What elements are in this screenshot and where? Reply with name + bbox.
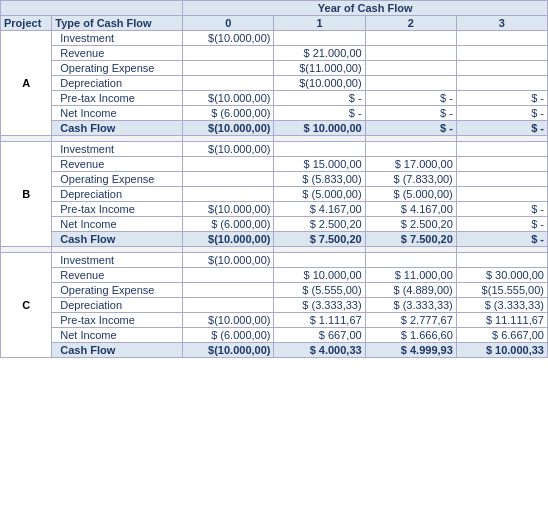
value-cell: $ 4.999,93 — [365, 343, 456, 358]
table-row: Pre-tax Income$(10.000,00)$ -$ -$ - — [1, 91, 548, 106]
project-col-header: Project — [1, 16, 52, 31]
type-cell: Cash Flow — [52, 121, 183, 136]
value-cell: $ - — [365, 121, 456, 136]
value-cell — [183, 268, 274, 283]
value-cell: $ (3.333,33) — [456, 298, 547, 313]
value-cell — [183, 46, 274, 61]
project-cell: C — [1, 253, 52, 358]
value-cell: $ (3.333,33) — [365, 298, 456, 313]
value-cell — [183, 187, 274, 202]
value-cell — [274, 31, 365, 46]
value-cell: $ 667,00 — [274, 328, 365, 343]
value-cell — [183, 172, 274, 187]
type-cell: Operating Expense — [52, 283, 183, 298]
value-cell — [456, 61, 547, 76]
type-cell: Depreciation — [52, 187, 183, 202]
value-cell — [456, 172, 547, 187]
type-cell: Revenue — [52, 157, 183, 172]
value-cell: $ 2.777,67 — [365, 313, 456, 328]
value-cell — [365, 61, 456, 76]
value-cell: $(10.000,00) — [183, 313, 274, 328]
table-row: Net Income$ (6.000,00)$ -$ -$ - — [1, 106, 548, 121]
project-cell: A — [1, 31, 52, 136]
value-cell: $ - — [274, 91, 365, 106]
value-cell — [456, 76, 547, 91]
table-row: Depreciation$ (5.000,00)$ (5.000,00) — [1, 187, 548, 202]
value-cell — [456, 187, 547, 202]
value-cell: $ 7.500,20 — [274, 232, 365, 247]
value-cell: $ - — [456, 121, 547, 136]
year-of-cash-flow-header: Year of Cash Flow — [183, 1, 548, 16]
type-cell: Depreciation — [52, 298, 183, 313]
year-1-header: 1 — [274, 16, 365, 31]
table-row: Operating Expense$ (5.555,00)$ (4.889,00… — [1, 283, 548, 298]
type-cell: Investment — [52, 253, 183, 268]
value-cell: $ 11.000,00 — [365, 268, 456, 283]
table-row: Revenue$ 21.000,00 — [1, 46, 548, 61]
value-cell: $ (5.833,00) — [274, 172, 365, 187]
project-cell: B — [1, 142, 52, 247]
value-cell: $ (6.000,00) — [183, 106, 274, 121]
value-cell — [456, 46, 547, 61]
value-cell — [365, 31, 456, 46]
value-cell: $(10.000,00) — [183, 343, 274, 358]
value-cell: $ - — [365, 106, 456, 121]
value-cell: $(10.000,00) — [183, 91, 274, 106]
value-cell: $ 10.000,33 — [456, 343, 547, 358]
type-cell: Pre-tax Income — [52, 313, 183, 328]
table-row: BInvestment$(10.000,00) — [1, 142, 548, 157]
type-cell: Pre-tax Income — [52, 202, 183, 217]
value-cell — [274, 142, 365, 157]
value-cell: $ 6.667,00 — [456, 328, 547, 343]
table-row: Cash Flow$(10.000,00)$ 4.000,33$ 4.999,9… — [1, 343, 548, 358]
table-row: Cash Flow$(10.000,00)$ 10.000,00$ -$ - — [1, 121, 548, 136]
value-cell — [365, 46, 456, 61]
value-cell: $ 10.000,00 — [274, 268, 365, 283]
value-cell: $ 15.000,00 — [274, 157, 365, 172]
value-cell: $(10.000,00) — [274, 76, 365, 91]
value-cell: $ 4.000,33 — [274, 343, 365, 358]
value-cell: $ - — [456, 232, 547, 247]
value-cell — [456, 157, 547, 172]
table-row: Operating Expense$(11.000,00) — [1, 61, 548, 76]
type-cell: Cash Flow — [52, 232, 183, 247]
table-row: Operating Expense$ (5.833,00)$ (7.833,00… — [1, 172, 548, 187]
type-cell: Investment — [52, 142, 183, 157]
value-cell: $ 10.000,00 — [274, 121, 365, 136]
type-cell: Revenue — [52, 46, 183, 61]
table-row: Depreciation$(10.000,00) — [1, 76, 548, 91]
value-cell: $(11.000,00) — [274, 61, 365, 76]
table-row: CInvestment$(10.000,00) — [1, 253, 548, 268]
value-cell: $ (6.000,00) — [183, 328, 274, 343]
value-cell: $(10.000,00) — [183, 31, 274, 46]
year-0-header: 0 — [183, 16, 274, 31]
type-cell: Operating Expense — [52, 172, 183, 187]
value-cell: $ - — [274, 106, 365, 121]
table-row: Revenue$ 10.000,00$ 11.000,00$ 30.000,00 — [1, 268, 548, 283]
value-cell — [456, 253, 547, 268]
type-cell: Net Income — [52, 328, 183, 343]
value-cell — [183, 76, 274, 91]
value-cell — [365, 253, 456, 268]
type-cell: Net Income — [52, 106, 183, 121]
value-cell: $ - — [456, 217, 547, 232]
year-3-header: 3 — [456, 16, 547, 31]
type-cell: Net Income — [52, 217, 183, 232]
type-cell: Cash Flow — [52, 343, 183, 358]
value-cell — [456, 31, 547, 46]
type-col-header: Type of Cash Flow — [52, 16, 183, 31]
value-cell: $(10.000,00) — [183, 232, 274, 247]
value-cell — [365, 76, 456, 91]
table-row: Cash Flow$(10.000,00)$ 7.500,20$ 7.500,2… — [1, 232, 548, 247]
table-row: Net Income$ (6.000,00)$ 2.500,20$ 2.500,… — [1, 217, 548, 232]
type-cell: Revenue — [52, 268, 183, 283]
value-cell — [365, 142, 456, 157]
value-cell: $ 17.000,00 — [365, 157, 456, 172]
type-cell: Operating Expense — [52, 61, 183, 76]
value-cell — [183, 157, 274, 172]
value-cell: $(10.000,00) — [183, 202, 274, 217]
value-cell: $ - — [456, 91, 547, 106]
value-cell: $ 4.167,00 — [365, 202, 456, 217]
value-cell: $ - — [456, 106, 547, 121]
year-header-row: Year of Cash Flow — [1, 1, 548, 16]
